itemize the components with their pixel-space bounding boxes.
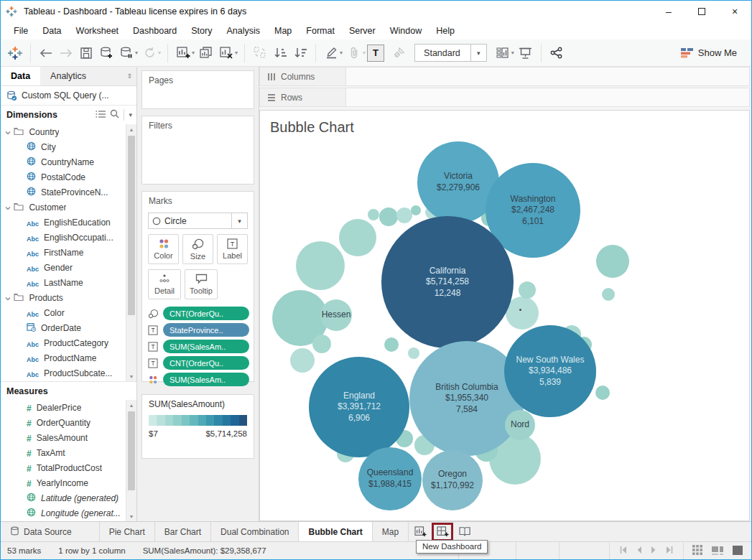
show-me-button[interactable]: Show Me <box>681 47 747 58</box>
columns-shelf-field[interactable] <box>346 67 749 85</box>
columns-shelf[interactable]: Columns <box>259 67 750 86</box>
redo-icon[interactable] <box>56 43 76 63</box>
clear-sheet-icon[interactable] <box>216 43 236 63</box>
show-mark-labels-icon[interactable]: T <box>367 45 384 62</box>
filters-card[interactable]: Filters <box>141 116 254 185</box>
new-dashboard-button[interactable] <box>434 524 451 540</box>
datasource-item[interactable]: Custom SQL Query (... <box>1 86 136 106</box>
detail-button[interactable]: Detail <box>148 269 181 299</box>
background-bubble[interactable] <box>596 245 629 278</box>
presentation-mode-icon[interactable] <box>516 43 536 63</box>
background-bubble[interactable] <box>368 209 379 220</box>
bubble-hessen[interactable]: Hessen <box>320 299 352 331</box>
field-item-countryname[interactable]: CountryName <box>1 154 136 169</box>
bubble-california[interactable]: California$5,714,25812,248 <box>381 216 514 348</box>
field-item-city[interactable]: City <box>1 139 136 154</box>
new-data-source-icon[interactable] <box>96 43 116 63</box>
sheet-tab-map[interactable]: Map <box>373 522 409 541</box>
color-legend-card[interactable]: SUM(SalesAmount) $7 $5,714,258 <box>141 394 254 459</box>
size-button[interactable]: Size <box>182 234 213 264</box>
background-bubble[interactable] <box>379 207 398 226</box>
new-worksheet-button[interactable] <box>412 524 429 540</box>
menu-item-map[interactable]: Map <box>267 24 299 38</box>
refresh-icon[interactable] <box>139 43 159 63</box>
last-sheet-icon[interactable] <box>665 546 673 555</box>
field-item-productsubcate-[interactable]: AbcProductSubcate... <box>1 365 136 381</box>
highlight-caret[interactable]: ▾ <box>340 50 343 56</box>
fit-selector[interactable]: Standard ▾ <box>414 44 487 62</box>
background-bubble[interactable] <box>519 281 536 299</box>
field-folder-products[interactable]: Products <box>1 290 136 305</box>
background-bubble[interactable] <box>296 241 345 290</box>
menu-item-data[interactable]: Data <box>35 24 68 38</box>
tab-analytics[interactable]: Analytics <box>40 67 96 85</box>
bubble-queensland[interactable]: Queensland$1,988,415 <box>358 447 422 510</box>
field-item-orderquantity[interactable]: #OrderQuantity <box>1 415 136 430</box>
field-item-gender[interactable]: AbcGender <box>1 260 136 275</box>
menu-item-story[interactable]: Story <box>184 24 219 38</box>
sheet-tab-bar-chart[interactable]: Bar Chart <box>155 522 211 541</box>
worksheet[interactable]: Bubble Chart Victoria$2,279,906Washingto… <box>259 110 750 521</box>
clear-sheet-caret[interactable]: ▾ <box>235 50 238 56</box>
sheet-sorter-icon[interactable] <box>692 545 702 556</box>
pill-4[interactable]: SUM(SalesAm.. <box>163 373 249 386</box>
group-members-icon[interactable] <box>344 43 364 63</box>
bubble-oregon[interactable]: Oregon$1,170,992 <box>422 450 483 510</box>
show-hide-cards-caret[interactable]: ▾ <box>511 50 514 56</box>
pill-0[interactable]: CNT(OrderQu.. <box>163 307 249 320</box>
field-folder-country[interactable]: Country <box>1 124 136 139</box>
close-button[interactable]: × <box>718 1 751 22</box>
refresh-caret[interactable]: ▾ <box>158 50 161 56</box>
sheet-tab-data-source[interactable]: Data Source <box>1 522 100 541</box>
field-item-postalcode[interactable]: PostalCode <box>1 169 136 185</box>
label-button[interactable]: T Label <box>217 234 248 264</box>
menu-item-file[interactable]: File <box>6 24 35 38</box>
menu-item-analysis[interactable]: Analysis <box>219 24 267 38</box>
bubble-new-south-wales[interactable]: New South Wales$3,934,4865,839 <box>504 325 596 417</box>
new-worksheet-caret[interactable]: ▾ <box>192 50 195 56</box>
tooltip-button[interactable]: Tooltip <box>185 269 218 299</box>
field-item-dealerprice[interactable]: #DealerPrice <box>1 400 136 415</box>
previous-sheet-icon[interactable] <box>636 546 642 555</box>
scroll-up-icon[interactable]: ▲ <box>126 124 136 134</box>
field-item-totalproductcost[interactable]: #TotalProductCost <box>1 460 136 475</box>
menu-item-server[interactable]: Server <box>342 24 383 38</box>
tableau-logo-button[interactable] <box>5 43 25 63</box>
menu-item-window[interactable]: Window <box>383 24 429 38</box>
menu-item-help[interactable]: Help <box>429 24 462 38</box>
undo-icon[interactable] <box>36 43 56 63</box>
pill-3[interactable]: CNT(OrderQu.. <box>163 356 249 370</box>
menu-item-format[interactable]: Format <box>299 24 342 38</box>
field-item-productcategory[interactable]: AbcProductCategory <box>1 335 136 350</box>
field-item-stateprovincen-[interactable]: StateProvinceN... <box>1 185 136 200</box>
pages-card[interactable]: Pages <box>141 70 254 109</box>
view-data-icon[interactable] <box>96 108 106 121</box>
collapse-pane-icon[interactable]: ⇕ <box>126 73 132 80</box>
pill-2[interactable]: SUM(SalesAm.. <box>163 340 249 353</box>
field-item-latitude-generated-[interactable]: Latitude (generated) <box>1 490 136 505</box>
filmstrip-icon[interactable] <box>712 546 723 556</box>
show-hide-cards-icon[interactable] <box>493 43 513 63</box>
highlight-icon[interactable] <box>321 43 341 63</box>
minimize-button[interactable]: – <box>652 1 685 22</box>
sheet-tab-pie-chart[interactable]: Pie Chart <box>100 522 155 541</box>
field-item-color[interactable]: AbcColor <box>1 305 136 320</box>
maximize-button[interactable] <box>685 1 718 22</box>
dimensions-menu-caret[interactable]: ▾ <box>129 111 132 118</box>
scroll-down-icon[interactable]: ▼ <box>126 511 136 521</box>
menu-item-dashboard[interactable]: Dashboard <box>126 24 184 38</box>
bubble-nord[interactable]: Nord <box>505 410 535 440</box>
field-item-productname[interactable]: AbcProductName <box>1 350 136 365</box>
pause-auto-updates-icon[interactable] <box>116 43 136 63</box>
background-bubble[interactable] <box>312 335 331 353</box>
first-sheet-icon[interactable] <box>620 546 628 555</box>
next-sheet-icon[interactable] <box>651 546 656 555</box>
sort-ascending-icon[interactable] <box>270 43 290 63</box>
tab-data[interactable]: Data <box>1 67 40 85</box>
field-item-yearlyincome[interactable]: #YearlyIncome <box>1 475 136 490</box>
measures-scrollbar[interactable]: ▲ ▼ <box>126 400 136 521</box>
sheet-tab-dual-combination[interactable]: Dual Combination <box>211 522 299 541</box>
scroll-up-icon[interactable]: ▲ <box>126 400 136 410</box>
find-field-icon[interactable] <box>110 108 119 121</box>
swap-rows-columns-icon[interactable] <box>250 43 270 63</box>
